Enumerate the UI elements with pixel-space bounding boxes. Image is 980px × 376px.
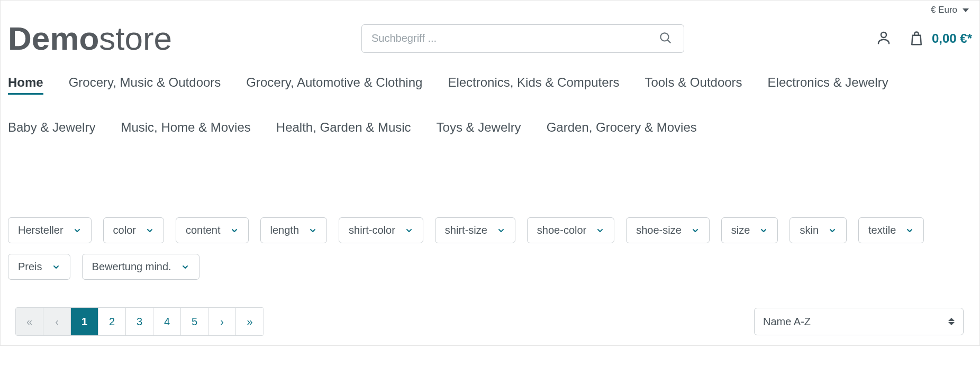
page-next[interactable]: › [208, 308, 236, 335]
filter-label: shirt-size [445, 224, 487, 236]
filter-label: shirt-color [349, 224, 395, 236]
chevron-down-icon [691, 226, 700, 235]
page-1[interactable]: 1 [71, 308, 98, 335]
nav-item-0[interactable]: Home [8, 75, 43, 95]
filter-label: skin [800, 224, 819, 236]
filter-shirt-color[interactable]: shirt-color [339, 217, 423, 243]
filter-label: size [731, 224, 750, 236]
filter-label: textile [868, 224, 896, 236]
caret-down-icon [963, 8, 969, 12]
nav-item-7[interactable]: Music, Home & Movies [121, 120, 250, 138]
nav-item-5[interactable]: Electronics & Jewelry [768, 75, 888, 95]
filter-preis[interactable]: Preis [8, 254, 70, 280]
nav-item-2[interactable]: Grocery, Automotive & Clothing [246, 75, 422, 95]
filter-shoe-color[interactable]: shoe-color [527, 217, 614, 243]
filter-label: color [113, 224, 136, 236]
main-nav: HomeGrocery, Music & OutdoorsGrocery, Au… [8, 70, 972, 154]
user-icon [876, 30, 892, 45]
store-logo[interactable]: Demostore [8, 20, 172, 57]
page-prev: ‹ [43, 308, 71, 335]
nav-item-6[interactable]: Baby & Jewelry [8, 120, 95, 138]
chevron-down-icon [596, 226, 604, 235]
filter-color[interactable]: color [103, 217, 164, 243]
chevron-down-icon [905, 226, 914, 235]
filter-label: Hersteller [18, 224, 63, 236]
filter-label: Preis [18, 261, 42, 273]
filter-label: length [270, 224, 300, 236]
logo-part1: Demo [8, 20, 99, 57]
filter-skin[interactable]: skin [790, 217, 847, 243]
page-4[interactable]: 4 [153, 308, 181, 335]
currency-label: € Euro [931, 5, 957, 15]
chevron-down-icon [146, 226, 154, 235]
page-last[interactable]: » [236, 308, 264, 335]
page-5[interactable]: 5 [181, 308, 208, 335]
filter-label: shoe-color [537, 224, 586, 236]
filter-bewertung-mind-[interactable]: Bewertung mind. [82, 254, 199, 280]
filter-label: Bewertung mind. [92, 261, 171, 273]
chevron-down-icon [52, 263, 60, 271]
filter-label: shoe-size [636, 224, 682, 236]
nav-item-10[interactable]: Garden, Grocery & Movies [547, 120, 697, 138]
chevron-down-icon [497, 226, 505, 235]
nav-item-4[interactable]: Tools & Outdoors [645, 75, 742, 95]
filter-content[interactable]: content [176, 217, 249, 243]
nav-item-8[interactable]: Health, Garden & Music [276, 120, 411, 138]
filters-bar: Herstellercolorcontentlengthshirt-colors… [8, 217, 972, 296]
page-3[interactable]: 3 [126, 308, 153, 335]
svg-line-1 [668, 40, 670, 43]
search-icon [658, 31, 672, 44]
bag-icon [909, 30, 924, 47]
svg-point-2 [881, 32, 886, 38]
currency-selector[interactable]: € Euro [931, 5, 969, 15]
nav-item-9[interactable]: Toys & Jewelry [437, 120, 521, 138]
search-box [361, 24, 684, 53]
search-input[interactable] [371, 32, 656, 44]
sort-selected-label: Name A-Z [763, 316, 811, 328]
page-2[interactable]: 2 [98, 308, 126, 335]
nav-item-1[interactable]: Grocery, Music & Outdoors [69, 75, 221, 95]
sort-caret-icon [948, 318, 955, 325]
chevron-down-icon [759, 226, 768, 235]
search-button[interactable] [656, 29, 674, 48]
account-button[interactable] [874, 27, 894, 49]
nav-item-3[interactable]: Electronics, Kids & Computers [448, 75, 619, 95]
filter-label: content [186, 224, 221, 236]
filter-size[interactable]: size [721, 217, 778, 243]
filter-textile[interactable]: textile [858, 217, 924, 243]
chevron-down-icon [73, 226, 81, 235]
filter-shirt-size[interactable]: shirt-size [435, 217, 515, 243]
cart-button[interactable]: 0,00 €* [909, 30, 972, 47]
filter-hersteller[interactable]: Hersteller [8, 217, 92, 243]
chevron-down-icon [230, 226, 239, 235]
chevron-down-icon [181, 263, 189, 271]
chevron-down-icon [308, 226, 317, 235]
page-first: « [16, 308, 43, 335]
pagination: «‹12345›» [15, 307, 264, 336]
sort-select[interactable]: Name A-Z [754, 308, 964, 335]
logo-part2: store [99, 20, 172, 57]
chevron-down-icon [828, 226, 837, 235]
chevron-down-icon [405, 226, 413, 235]
filter-shoe-size[interactable]: shoe-size [626, 217, 710, 243]
filter-length[interactable]: length [260, 217, 328, 243]
cart-total: 0,00 €* [932, 31, 972, 46]
